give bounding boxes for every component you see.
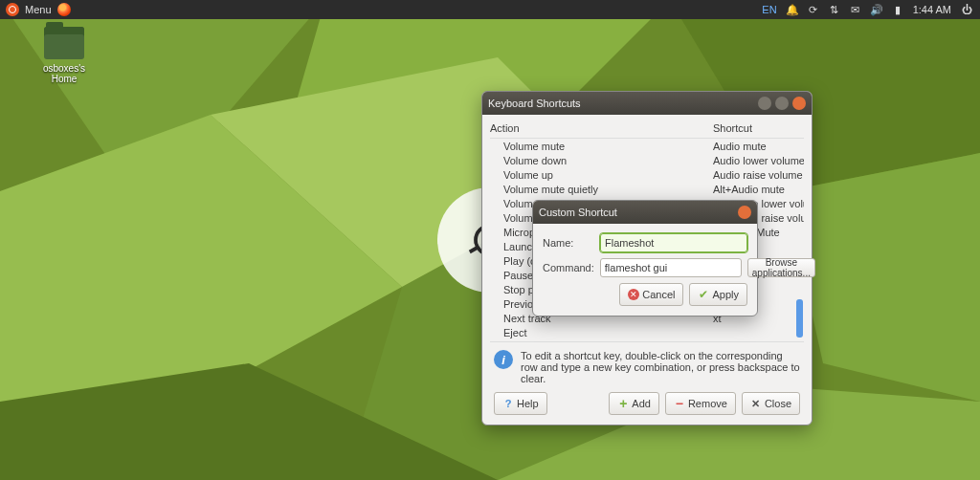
maximize-button[interactable] <box>775 97 789 110</box>
power-icon[interactable]: ⏻ <box>961 4 972 15</box>
firefox-icon[interactable] <box>57 3 71 16</box>
hint-text: To edit a shortcut key, double-click on … <box>521 350 800 384</box>
table-header: Action Shortcut <box>490 120 804 139</box>
command-input[interactable] <box>600 258 742 277</box>
desktop-icon-home[interactable]: osboxes's Home <box>31 27 98 84</box>
language-indicator[interactable]: EN <box>762 4 776 15</box>
window-title: Keyboard Shortcuts <box>488 98 754 109</box>
notification-icon[interactable]: 🔔 <box>787 4 798 15</box>
scrollbar-thumb[interactable] <box>796 299 803 338</box>
battery-icon[interactable]: ▮ <box>892 4 903 15</box>
folder-icon <box>44 27 84 59</box>
clock[interactable]: 1:44 AM <box>913 4 951 15</box>
close-button[interactable] <box>792 97 806 110</box>
table-row[interactable]: Volume mute quietlyAlt+Audio mute <box>490 182 804 196</box>
name-label: Name: <box>543 237 594 249</box>
col-action[interactable]: Action <box>490 122 713 134</box>
table-row[interactable]: Volume upAudio raise volume <box>490 167 804 182</box>
close-button[interactable] <box>738 206 751 219</box>
scrollbar[interactable] <box>794 139 804 339</box>
table-row[interactable]: Volume downAudio lower volume <box>490 153 804 167</box>
remove-button[interactable]: −Remove <box>665 392 736 415</box>
apply-button[interactable]: ✔Apply <box>689 283 747 306</box>
help-button[interactable]: ?Help <box>494 392 547 415</box>
info-icon: i <box>494 350 513 369</box>
cancel-icon: ✕ <box>628 289 639 300</box>
minimize-button[interactable] <box>758 97 771 110</box>
hint-bar: i To edit a shortcut key, double-click o… <box>490 341 804 392</box>
help-icon: ? <box>502 398 514 409</box>
mail-icon[interactable]: ✉ <box>850 4 861 15</box>
name-input[interactable] <box>600 233 747 252</box>
command-label: Command: <box>543 262 594 273</box>
titlebar[interactable]: Custom Shortcut <box>533 201 757 224</box>
desktop-icon-label: osboxes's Home <box>31 63 98 84</box>
top-panel: Menu EN 🔔 ⟳ ⇅ ✉ 🔊 ▮ 1:44 AM ⏻ <box>0 0 980 19</box>
custom-shortcut-dialog: Custom Shortcut Name: Command: Browse ap… <box>532 200 758 316</box>
close-window-button[interactable]: ✕Close <box>742 392 800 415</box>
updates-icon[interactable]: ⟳ <box>808 4 819 15</box>
close-icon: ✕ <box>750 398 762 409</box>
minus-icon: − <box>674 398 685 409</box>
apply-icon: ✔ <box>698 289 709 300</box>
browse-applications-button[interactable]: Browse applications... <box>747 258 815 277</box>
plus-icon: + <box>617 398 629 409</box>
cancel-button[interactable]: ✕Cancel <box>619 283 683 306</box>
volume-icon[interactable]: 🔊 <box>871 4 882 15</box>
col-shortcut[interactable]: Shortcut <box>713 122 804 134</box>
menu-button[interactable]: Menu <box>25 4 52 15</box>
network-icon[interactable]: ⇅ <box>829 4 840 15</box>
table-row[interactable]: Volume muteAudio mute <box>490 139 804 153</box>
add-button[interactable]: +Add <box>609 392 659 415</box>
dialog-title: Custom Shortcut <box>539 207 734 218</box>
table-row[interactable]: Eject <box>490 325 804 339</box>
distro-menu-icon[interactable] <box>6 3 19 16</box>
titlebar[interactable]: Keyboard Shortcuts <box>482 92 812 115</box>
